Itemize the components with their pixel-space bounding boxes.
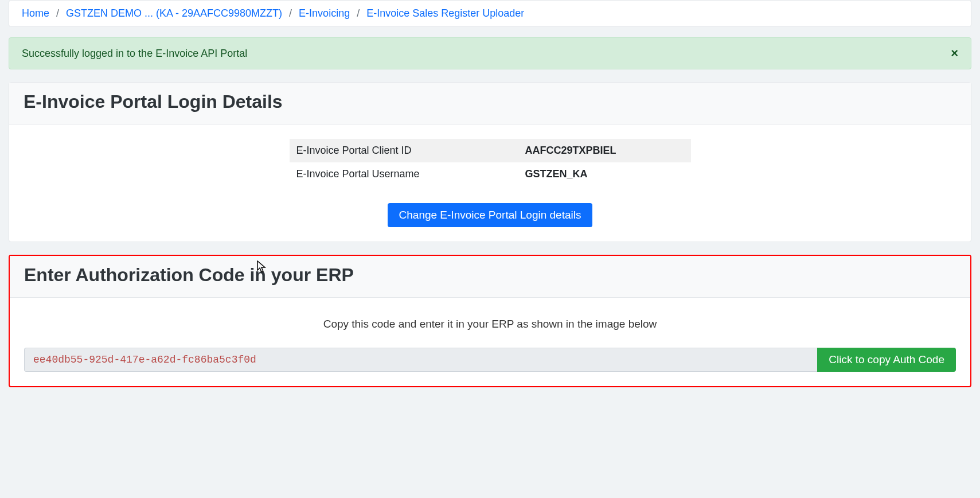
breadcrumb-einvoicing[interactable]: E-Invoicing [299,7,350,20]
auth-instruction-text: Copy this code and enter it in your ERP … [24,318,956,330]
card-header: E-Invoice Portal Login Details [9,83,971,124]
auth-code-input[interactable] [24,348,817,372]
login-details-table: E-Invoice Portal Client ID AAFCC29TXPBIE… [290,139,691,186]
breadcrumb-separator: / [357,7,360,20]
breadcrumb-home[interactable]: Home [22,7,49,20]
breadcrumb-uploader[interactable]: E-Invoice Sales Register Uploader [366,7,524,20]
breadcrumb: Home / GSTZEN DEMO ... (KA - 29AAFCC9980… [9,0,971,27]
card-body: E-Invoice Portal Client ID AAFCC29TXPBIE… [9,124,971,242]
table-row: E-Invoice Portal Client ID AAFCC29TXPBIE… [290,139,691,162]
auth-code-card: Enter Authorization Code in your ERP Cop… [9,255,971,387]
username-value: GSTZEN_KA [518,162,691,186]
card-body: Copy this code and enter it in your ERP … [10,298,970,386]
alert-message: Successfully logged in to the E-Invoice … [22,48,247,60]
login-details-title: E-Invoice Portal Login Details [24,91,956,112]
username-label: E-Invoice Portal Username [290,162,518,186]
copy-auth-code-button[interactable]: Click to copy Auth Code [817,348,956,372]
breadcrumb-company[interactable]: GSTZEN DEMO ... (KA - 29AAFCC9980MZZT) [66,7,282,20]
auth-code-title: Enter Authorization Code in your ERP [24,264,956,286]
auth-code-input-group: Click to copy Auth Code [24,348,956,372]
card-header: Enter Authorization Code in your ERP [10,256,970,298]
table-row: E-Invoice Portal Username GSTZEN_KA [290,162,691,186]
alert-success: Successfully logged in to the E-Invoice … [9,37,971,69]
alert-close-button[interactable]: × [951,47,958,60]
breadcrumb-separator: / [56,7,59,20]
client-id-value: AAFCC29TXPBIEL [518,139,691,162]
login-details-card: E-Invoice Portal Login Details E-Invoice… [9,82,971,242]
button-wrap: Change E-Invoice Portal Login details [24,203,956,227]
change-login-details-button[interactable]: Change E-Invoice Portal Login details [388,203,593,227]
client-id-label: E-Invoice Portal Client ID [290,139,518,162]
breadcrumb-separator: / [289,7,292,20]
